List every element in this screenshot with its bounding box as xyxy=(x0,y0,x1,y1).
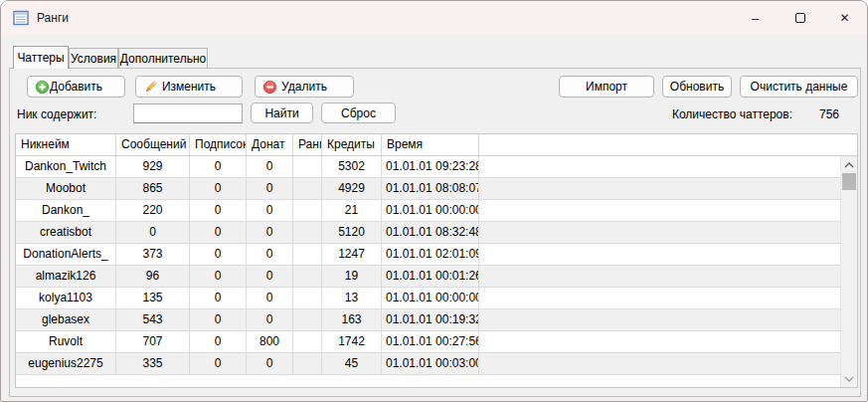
table-cell: 220 xyxy=(116,200,190,222)
row-filler-cell xyxy=(479,178,857,200)
table-cell: 543 xyxy=(116,309,190,331)
table-cell: 0 xyxy=(247,266,293,288)
nick-contains-label: Ник содержит: xyxy=(17,107,96,121)
table-cell: 5302 xyxy=(322,156,382,178)
tab-chatters[interactable]: Чаттеры xyxy=(13,46,69,69)
table-row[interactable]: Ruvolt7070800174201.01.01 00:27:56 xyxy=(16,331,857,353)
app-window: Ранги – ✕ Чаттеры Условия Дополнительно … xyxy=(0,0,868,402)
table-row[interactable]: glebasex5430016301.01.01 00:19:32 xyxy=(16,309,857,331)
nick-search-input[interactable] xyxy=(133,103,243,123)
table-row[interactable]: creatisbot000512001.01.01 08:32:48 xyxy=(16,222,857,244)
maximize-icon xyxy=(795,13,805,23)
header-cell[interactable]: Кредиты xyxy=(322,134,382,156)
header-cell[interactable]: Ранг xyxy=(293,134,322,156)
tab-extra[interactable]: Дополнительно xyxy=(118,48,208,69)
table-cell: 135 xyxy=(116,288,190,309)
table-cell: 01.01.01 00:27:56 xyxy=(382,331,479,353)
scroll-down-button[interactable] xyxy=(841,370,857,387)
minimize-button[interactable]: – xyxy=(733,1,778,35)
table-cell: 01.01.01 08:08:07 xyxy=(382,178,479,200)
table-row[interactable]: eugenius2275335004501.01.01 00:03:00 xyxy=(16,353,857,375)
header-cell[interactable]: Сообщений xyxy=(116,134,190,156)
close-button[interactable]: ✕ xyxy=(822,1,867,35)
minus-icon xyxy=(262,80,277,95)
close-icon: ✕ xyxy=(839,12,849,24)
window-titlebar: Ранги – ✕ xyxy=(1,1,867,35)
chatter-count-value: 756 xyxy=(819,107,839,121)
edit-button-label: Изменить xyxy=(162,80,216,94)
table-cell: eugenius2275 xyxy=(16,353,116,375)
reset-button[interactable]: Сброс xyxy=(321,102,396,123)
table-cell xyxy=(293,353,322,375)
grid-body: Dankon_Twitch92900530201.01.01 09:23:28M… xyxy=(16,156,857,375)
refresh-button[interactable]: Обновить xyxy=(662,76,732,98)
table-cell xyxy=(293,178,322,200)
table-cell: 01.01.01 09:23:28 xyxy=(382,156,479,178)
maximize-button[interactable] xyxy=(778,1,822,35)
table-cell: 96 xyxy=(116,266,190,288)
row-filler-cell xyxy=(479,244,857,266)
table-cell: 0 xyxy=(190,353,247,375)
scrollbar-thumb[interactable] xyxy=(842,173,856,190)
header-cell[interactable]: Никнейм xyxy=(16,134,116,156)
table-cell xyxy=(293,244,322,266)
table-cell: 45 xyxy=(322,353,382,375)
header-cell[interactable]: Подписок xyxy=(190,134,247,156)
table-cell: 01.01.01 02:01:09 xyxy=(382,244,479,266)
table-cell xyxy=(293,200,322,222)
table-cell: 0 xyxy=(247,200,293,222)
table-row[interactable]: DonationAlerts_37300124701.01.01 02:01:0… xyxy=(16,244,857,266)
table-cell xyxy=(293,222,322,244)
table-cell xyxy=(293,266,322,288)
delete-button-label: Удалить xyxy=(281,80,327,94)
table-cell: 0 xyxy=(190,309,247,331)
table-cell: Moobot xyxy=(16,178,116,200)
header-cell[interactable]: Время xyxy=(382,134,479,156)
tab-conditions[interactable]: Условия xyxy=(69,48,118,69)
clear-data-button[interactable]: Очистить данные xyxy=(740,76,858,98)
table-cell: 13 xyxy=(322,288,382,309)
row-filler-cell xyxy=(479,288,857,309)
chatter-count-label: Количество чаттеров: xyxy=(672,107,792,121)
add-button[interactable]: Добавить xyxy=(27,76,125,98)
table-cell: 929 xyxy=(116,156,190,178)
scroll-up-button[interactable] xyxy=(841,156,857,173)
header-filler-cell xyxy=(479,134,857,156)
table-row[interactable]: Moobot86500492901.01.01 08:08:07 xyxy=(16,178,857,200)
table-cell: 0 xyxy=(190,244,247,266)
row-filler-cell xyxy=(479,266,857,288)
table-cell: 707 xyxy=(116,331,190,353)
table-cell xyxy=(293,288,322,309)
table-row[interactable]: almazik12696001901.01.01 00:01:26 xyxy=(16,266,857,288)
import-button[interactable]: Импорт xyxy=(559,76,654,98)
table-cell: 4929 xyxy=(322,178,382,200)
delete-button[interactable]: Удалить xyxy=(255,76,354,98)
table-cell: 0 xyxy=(247,353,293,375)
table-row[interactable]: Dankon_220002101.01.01 00:00:00 xyxy=(16,200,857,222)
table-cell: 0 xyxy=(190,288,247,309)
table-cell: DonationAlerts_ xyxy=(16,244,116,266)
table-cell: 335 xyxy=(116,353,190,375)
table-cell: 01.01.01 00:00:00 xyxy=(382,200,479,222)
row-filler-cell xyxy=(479,222,857,244)
table-cell: kolya1103 xyxy=(16,288,116,309)
table-cell: 0 xyxy=(247,244,293,266)
header-cell[interactable]: Донат xyxy=(247,134,293,156)
table-cell: 0 xyxy=(190,266,247,288)
table-cell: 0 xyxy=(116,222,190,244)
vertical-scrollbar[interactable] xyxy=(840,156,857,387)
table-cell: 163 xyxy=(322,309,382,331)
window-controls: – ✕ xyxy=(733,1,867,35)
find-button[interactable]: Найти xyxy=(251,102,313,123)
row-filler-cell xyxy=(479,309,857,331)
table-row[interactable]: Dankon_Twitch92900530201.01.01 09:23:28 xyxy=(16,156,857,178)
table-cell xyxy=(293,156,322,178)
table-cell: 0 xyxy=(247,222,293,244)
form-icon xyxy=(13,10,29,26)
table-cell xyxy=(293,331,322,353)
table-cell: 0 xyxy=(190,222,247,244)
table-cell: 01.01.01 00:01:26 xyxy=(382,266,479,288)
table-row[interactable]: kolya1103135001301.01.01 00:00:00 xyxy=(16,288,857,309)
table-cell: 01.01.01 08:32:48 xyxy=(382,222,479,244)
edit-button[interactable]: Изменить xyxy=(135,76,243,98)
